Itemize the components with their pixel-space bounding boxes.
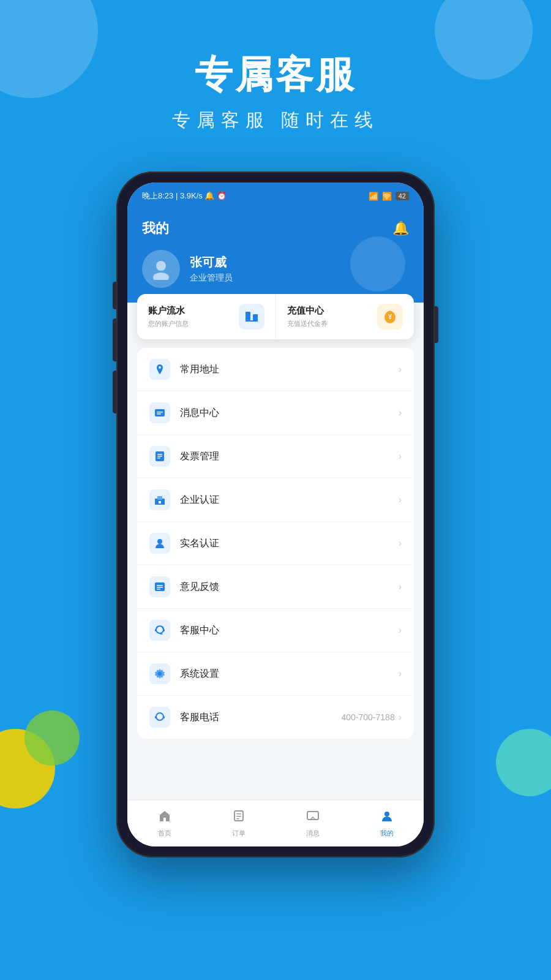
menu-item-invoice[interactable]: 发票管理 › xyxy=(137,435,414,478)
account-flow-card[interactable]: 账户流水 您的账户信息 xyxy=(137,294,276,339)
svg-rect-2 xyxy=(246,312,250,322)
bottom-nav: 首页 订单 xyxy=(127,800,424,846)
menu-item-settings[interactable]: 系统设置 › xyxy=(137,652,414,696)
svg-rect-14 xyxy=(157,458,160,459)
home-nav-label: 首页 xyxy=(158,829,171,838)
quick-cards: 账户流水 您的账户信息 充值中心 xyxy=(137,294,414,339)
menu-item-address[interactable]: 常用地址 › xyxy=(137,348,414,391)
battery-label: 42 xyxy=(395,192,409,200)
svg-rect-32 xyxy=(236,816,241,817)
message-label: 消息中心 xyxy=(180,407,399,420)
user-role: 企业管理员 xyxy=(190,273,233,284)
status-bar: 晚上8:23 | 3.9K/s 🔔 ⏰ 📶 🛜 42 xyxy=(127,183,424,209)
bg-bubble-4 xyxy=(24,710,80,766)
svg-rect-4 xyxy=(246,320,258,322)
service-icon xyxy=(149,620,170,641)
svg-rect-12 xyxy=(157,454,162,455)
nav-home[interactable]: 首页 xyxy=(127,801,201,846)
orders-nav-icon xyxy=(232,809,246,826)
svg-rect-28 xyxy=(155,716,157,718)
realname-chevron: › xyxy=(399,538,402,549)
svg-point-27 xyxy=(156,713,163,720)
account-flow-title: 账户流水 xyxy=(148,305,189,317)
header-decoration xyxy=(350,236,405,292)
svg-rect-8 xyxy=(155,409,165,417)
svg-point-35 xyxy=(384,812,389,816)
svg-point-0 xyxy=(156,261,166,271)
svg-point-1 xyxy=(153,273,169,280)
service-label: 客服中心 xyxy=(180,624,399,637)
feedback-icon xyxy=(149,576,170,597)
volume-up-button xyxy=(113,318,116,361)
account-flow-icon xyxy=(239,304,264,330)
volume-down-button xyxy=(113,371,116,413)
phone-frame: 晚上8:23 | 3.9K/s 🔔 ⏰ 📶 🛜 42 我的 🔔 xyxy=(116,172,435,858)
svg-point-7 xyxy=(159,366,161,369)
recharge-subtitle: 充值送代金券 xyxy=(287,319,328,328)
menu-item-enterprise[interactable]: 企业认证 › xyxy=(137,478,414,522)
svg-rect-29 xyxy=(163,716,165,718)
svg-rect-13 xyxy=(157,456,162,457)
menu-item-realname[interactable]: 实名认证 › xyxy=(137,522,414,565)
messages-nav-label: 消息 xyxy=(306,829,320,838)
screen-content[interactable]: 我的 🔔 张可威 企业管理员 xyxy=(127,209,424,800)
svg-rect-33 xyxy=(236,818,239,820)
svg-rect-9 xyxy=(157,412,163,413)
bg-bubble-5 xyxy=(496,729,551,796)
app-header: 我的 🔔 张可威 企业管理员 xyxy=(127,209,424,303)
phone-icon xyxy=(149,707,170,728)
realname-label: 实名认证 xyxy=(180,537,399,550)
svg-text:¥: ¥ xyxy=(388,314,392,320)
wifi-icon: 🛜 xyxy=(382,192,392,201)
enterprise-icon xyxy=(149,489,170,510)
recharge-icon: ¥ xyxy=(377,304,403,330)
user-info: 张可威 企业管理员 xyxy=(190,254,233,284)
feedback-chevron: › xyxy=(399,581,402,592)
invoice-chevron: › xyxy=(399,451,402,462)
menu-item-message[interactable]: 消息中心 › xyxy=(137,391,414,435)
svg-rect-20 xyxy=(157,585,163,586)
notification-bell-icon[interactable]: 🔔 xyxy=(392,221,409,236)
menu-item-phone[interactable]: 客服电话 400-700-7188 › xyxy=(137,696,414,739)
recharge-title: 充值中心 xyxy=(287,305,328,317)
feedback-label: 意见反馈 xyxy=(180,581,399,594)
settings-label: 系统设置 xyxy=(180,668,399,680)
mine-nav-icon xyxy=(380,809,394,826)
account-flow-text: 账户流水 您的账户信息 xyxy=(148,305,189,328)
address-icon xyxy=(149,359,170,380)
messages-nav-icon xyxy=(306,809,320,826)
nav-orders[interactable]: 订单 xyxy=(201,801,276,846)
message-chevron: › xyxy=(399,407,402,418)
nav-mine[interactable]: 我的 xyxy=(350,801,424,846)
mine-nav-label: 我的 xyxy=(380,829,394,838)
status-icons: 📶 🛜 42 xyxy=(369,192,409,201)
power-button xyxy=(435,306,438,343)
menu-item-feedback[interactable]: 意见反馈 › xyxy=(137,565,414,609)
svg-rect-17 xyxy=(159,501,161,503)
settings-icon xyxy=(149,663,170,684)
page-title: 我的 xyxy=(142,219,169,238)
recharge-card[interactable]: 充值中心 充值送代金券 ¥ xyxy=(276,294,414,339)
header-subtitle: 专属客服 随时在线 xyxy=(0,108,551,133)
service-chevron: › xyxy=(399,625,402,636)
enterprise-label: 企业认证 xyxy=(180,494,399,507)
address-label: 常用地址 xyxy=(180,363,399,376)
phone-label: 客服电话 xyxy=(180,711,341,724)
svg-rect-25 xyxy=(163,629,165,631)
menu-item-service[interactable]: 客服中心 › xyxy=(137,609,414,652)
phone-chevron: › xyxy=(399,712,402,723)
avatar xyxy=(142,250,180,288)
svg-rect-16 xyxy=(157,496,162,500)
orders-nav-label: 订单 xyxy=(232,829,246,838)
app-header-top: 我的 🔔 xyxy=(142,219,409,238)
svg-rect-31 xyxy=(236,813,241,815)
user-name: 张可威 xyxy=(190,254,233,271)
home-nav-icon xyxy=(158,809,171,826)
settings-chevron: › xyxy=(399,668,402,679)
svg-rect-21 xyxy=(157,587,163,588)
invoice-label: 发票管理 xyxy=(180,450,399,463)
phone-screen: 晚上8:23 | 3.9K/s 🔔 ⏰ 📶 🛜 42 我的 🔔 xyxy=(127,183,424,846)
nav-messages[interactable]: 消息 xyxy=(276,801,350,846)
header-section: 专属客服 专属客服 随时在线 xyxy=(0,49,551,133)
invoice-icon xyxy=(149,446,170,467)
